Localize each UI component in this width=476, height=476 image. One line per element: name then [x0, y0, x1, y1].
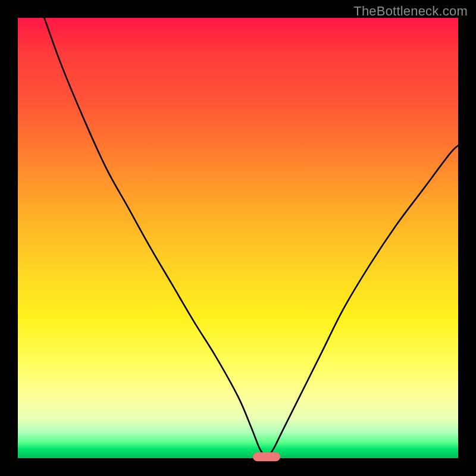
chart-frame: TheBottleneck.com — [0, 0, 476, 476]
curve-layer — [18, 18, 458, 458]
right-curve — [267, 146, 458, 458]
watermark-text: TheBottleneck.com — [353, 4, 468, 19]
minimum-marker — [253, 452, 280, 461]
left-curve — [44, 18, 267, 458]
plot-area — [18, 18, 458, 458]
